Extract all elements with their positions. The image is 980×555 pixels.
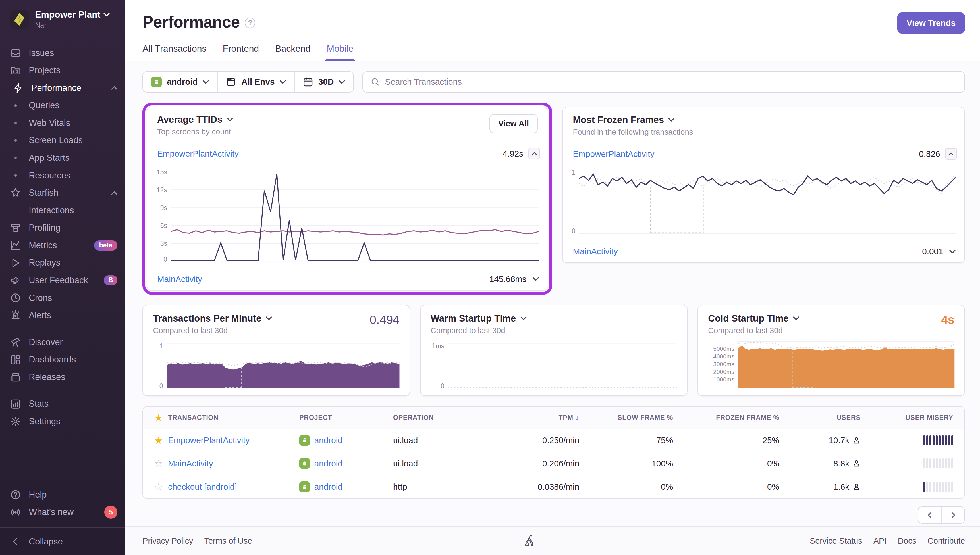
contribute-link[interactable]: Contribute [927, 536, 965, 545]
environment-filter[interactable]: All Envs [217, 72, 294, 92]
column-slow-frame[interactable]: Slow Frame % [591, 414, 684, 422]
table-row: ☆ MainActivity android ui.load 0.206/min… [143, 452, 964, 475]
sidebar-item-crons[interactable]: Crons [0, 289, 125, 307]
transaction-link[interactable]: MainActivity [573, 247, 917, 256]
metric-value: 0.826 [919, 149, 940, 159]
sidebar-item-metrics[interactable]: Metrics beta [0, 237, 125, 254]
most-frozen-frames-widget: Most Frozen Frames Found in the followin… [562, 107, 965, 263]
frozen-frame-cell: 0% [684, 482, 791, 492]
column-project[interactable]: Project [299, 414, 393, 422]
tab-mobile[interactable]: Mobile [326, 43, 353, 61]
sidebar-item-profiling[interactable]: Profiling [0, 219, 125, 237]
date-range-filter[interactable]: 30D [294, 72, 353, 92]
transaction-link[interactable]: checkout [android] [168, 482, 237, 491]
sidebar-item-releases[interactable]: Releases [0, 368, 125, 386]
slow-frame-cell: 100% [591, 459, 684, 468]
help-tooltip-icon[interactable]: ? [245, 18, 255, 28]
metric-value: 4.92s [503, 149, 523, 159]
widget-title[interactable]: Transactions Per Minute [153, 313, 272, 324]
column-operation[interactable]: Operation [393, 414, 493, 422]
column-user-misery[interactable]: User Misery [872, 414, 964, 422]
project-link[interactable]: android [314, 435, 342, 445]
clock-icon [10, 292, 21, 304]
sidebar-item-replays[interactable]: Replays [0, 254, 125, 272]
transaction-link[interactable]: EmpowerPlantActivity [573, 149, 914, 159]
project-link[interactable]: android [314, 482, 342, 492]
performance-tabs: All Transactions Frontend Backend Mobile [142, 43, 965, 61]
sidebar-item-whats-new[interactable]: What's new 5 [0, 504, 125, 521]
tpm-chart [167, 340, 399, 388]
widget-title[interactable]: Cold Startup Time [708, 313, 799, 324]
column-transaction[interactable]: Transaction [168, 414, 299, 422]
view-trends-button[interactable]: View Trends [897, 13, 965, 34]
misery-bar [936, 435, 938, 445]
sidebar-item-interactions[interactable]: Interactions [0, 202, 125, 219]
sidebar-item-performance[interactable]: Performance [0, 79, 125, 97]
collapse-row-button[interactable] [529, 148, 540, 160]
sentry-logo-icon[interactable] [524, 533, 538, 549]
column-frozen-frame[interactable]: Frozen Frame % [684, 414, 791, 422]
search-input[interactable] [385, 77, 957, 87]
org-switcher[interactable]: Empower Plant Nar [0, 0, 125, 35]
tab-frontend[interactable]: Frontend [223, 43, 259, 61]
widget-subtitle: Compared to last 30d [153, 326, 272, 335]
tpm-cell: 0.206/min [493, 459, 591, 468]
tab-backend[interactable]: Backend [275, 43, 310, 61]
widget-title[interactable]: Most Frozen Frames [573, 114, 693, 125]
project-filter[interactable]: android [143, 72, 217, 92]
gear-icon [10, 416, 21, 427]
expand-row-button[interactable] [532, 277, 540, 281]
star-toggle[interactable]: ☆ [154, 482, 163, 492]
user-misery-bars [872, 459, 964, 468]
widget-subtitle: Top screens by count [157, 127, 233, 136]
sidebar-item-projects[interactable]: Projects [0, 62, 125, 79]
sidebar-item-queries[interactable]: Queries [0, 97, 125, 114]
highlight-ring: Average TTIDs Top screens by count View … [142, 103, 552, 295]
operation-cell: ui.load [393, 459, 493, 468]
sidebar-item-stats[interactable]: Stats [0, 395, 125, 413]
sidebar-item-help[interactable]: Help [0, 486, 125, 504]
sidebar-item-app-starts[interactable]: App Starts [0, 149, 125, 167]
sidebar-item-user-feedback[interactable]: User Feedback B [0, 271, 125, 289]
widget-title[interactable]: Average TTIDs [157, 114, 233, 125]
sidebar-item-alerts[interactable]: Alerts [0, 306, 125, 324]
sidebar-item-web-vitals[interactable]: Web Vitals [0, 114, 125, 132]
users-cell: 1.6k [790, 482, 872, 492]
expand-row-button[interactable] [948, 250, 957, 253]
project-link[interactable]: android [314, 459, 342, 468]
sidebar-collapse-button[interactable]: Collapse [0, 533, 125, 550]
lightning-icon [13, 82, 24, 94]
docs-link[interactable]: Docs [898, 536, 916, 545]
terms-of-use-link[interactable]: Terms of Use [204, 536, 252, 545]
widget-subtitle: Compared to last 30d [431, 326, 527, 335]
search-transactions[interactable] [362, 71, 965, 93]
sidebar-item-dashboards[interactable]: Dashboards [0, 351, 125, 368]
view-all-button[interactable]: View All [490, 114, 537, 133]
sidebar-item-discover[interactable]: Discover [0, 334, 125, 351]
sidebar-item-screen-loads[interactable]: Screen Loads [0, 132, 125, 149]
column-tpm-sorted[interactable]: TPM ↓ [493, 413, 591, 422]
star-toggle[interactable]: ☆ [154, 458, 163, 468]
sidebar-item-resources[interactable]: Resources [0, 167, 125, 184]
tab-all-transactions[interactable]: All Transactions [142, 43, 206, 61]
misery-bar [945, 435, 947, 445]
transaction-link[interactable]: EmpowerPlantActivity [168, 435, 249, 445]
user-misery-bars [872, 435, 964, 445]
service-status-link[interactable]: Service Status [810, 536, 862, 545]
star-toggle[interactable]: ★ [154, 435, 163, 446]
collapse-row-button[interactable] [945, 148, 957, 160]
api-link[interactable]: API [873, 536, 887, 545]
transaction-link[interactable]: MainActivity [157, 274, 484, 284]
transaction-link[interactable]: MainActivity [168, 459, 213, 468]
transaction-link[interactable]: EmpowerPlantActivity [157, 149, 498, 159]
sidebar-item-settings[interactable]: Settings [0, 413, 125, 430]
column-users[interactable]: Users [790, 414, 872, 422]
next-page-button[interactable] [941, 507, 964, 523]
sidebar-item-issues[interactable]: Issues [0, 44, 125, 62]
previous-page-button[interactable] [918, 507, 941, 523]
sidebar-item-label: App Starts [29, 153, 117, 163]
privacy-policy-link[interactable]: Privacy Policy [142, 536, 193, 545]
telescope-icon [10, 337, 21, 348]
sidebar-item-starfish[interactable]: Starfish [0, 184, 125, 202]
widget-title[interactable]: Warm Startup Time [431, 313, 527, 324]
